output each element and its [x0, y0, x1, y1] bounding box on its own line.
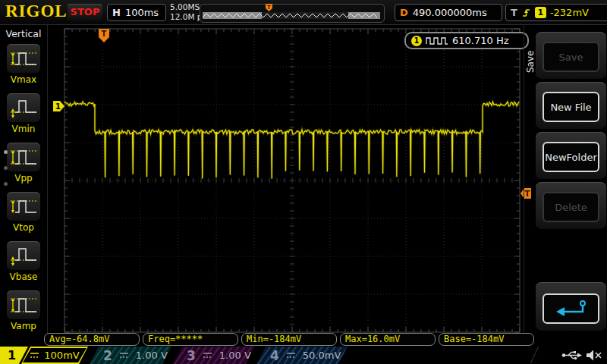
svg-text:T: T — [102, 30, 107, 38]
menu-item-vmin[interactable]: Vmin — [0, 93, 47, 134]
freq-channel-badge: 1 — [411, 36, 422, 46]
dc-coupling-icon — [203, 352, 212, 359]
trigger-level-value: -232mV — [550, 7, 589, 18]
menu-item-label: Vmax — [0, 74, 47, 85]
delete-button[interactable]: Delete — [543, 192, 599, 222]
vbase-icon — [7, 241, 40, 270]
menu-item-vtop[interactable]: Vtop — [0, 192, 47, 233]
menu-slot: Save — [536, 32, 606, 79]
measurement-avg: Avg=-64.8mV — [44, 333, 140, 346]
delay-value: 490.000000ms — [413, 7, 487, 18]
top-status-bar: RIGOL STOP H 100ms 5.00MSa/s 12.0M pts T… — [0, 0, 607, 25]
oscilloscope-screen: RIGOL STOP H 100ms 5.00MSa/s 12.0M pts T… — [0, 0, 607, 364]
usb-icon — [561, 350, 582, 360]
measurement-freq: Freq=***** — [143, 333, 238, 346]
menu-item-label: Vmin — [0, 124, 47, 134]
vamp-icon — [7, 290, 40, 319]
right-soft-menu: Save Save New File NewFolder Delete — [524, 25, 607, 346]
save-button[interactable]: Save — [543, 42, 599, 72]
vmax-icon — [7, 44, 40, 73]
channel-1-scale: 100mV — [44, 350, 79, 361]
rigol-logo: RIGOL — [5, 2, 68, 21]
channel-3[interactable]: 3 1.00 V — [173, 347, 255, 364]
svg-text:1: 1 — [55, 102, 61, 111]
trigger-source-badge: 1 — [535, 7, 546, 18]
dc-coupling-icon — [286, 352, 296, 359]
page-dot — [4, 150, 8, 154]
measurement-base: Base=-184mV — [439, 333, 534, 346]
trigger-label: T — [511, 7, 517, 18]
vtop-icon — [7, 192, 40, 221]
dc-coupling-icon — [30, 352, 39, 359]
new-folder-button[interactable]: NewFolder — [543, 142, 599, 172]
return-arrow-icon — [554, 299, 589, 318]
measurement-min: Min=-184mV — [241, 333, 337, 346]
page-dot — [4, 182, 8, 186]
channel-2-number: 2 — [103, 348, 112, 363]
measurement-max: Max=16.0mV — [340, 333, 436, 346]
delay-label: D — [400, 7, 408, 18]
frequency-counter: 1 610.710 Hz — [404, 32, 529, 49]
channel-2[interactable]: 2 1.00 V — [90, 347, 171, 364]
menu-item-label: Vtop — [0, 222, 47, 233]
menu-slot: New File — [536, 82, 606, 129]
vmin-icon — [7, 93, 40, 122]
new-file-button[interactable]: New File — [543, 92, 599, 122]
trigger-position-marker: T — [98, 28, 110, 43]
timebase-label: H — [112, 7, 121, 18]
timebase-value: 100ms — [125, 7, 159, 18]
channel-4-scale: 50.0mV — [303, 350, 341, 361]
waveform-canvas — [0, 0, 607, 364]
menu-item-label: Vbase — [0, 271, 47, 282]
rising-edge-icon — [521, 7, 531, 18]
menu-item-vpp[interactable]: Vpp — [0, 143, 47, 184]
run-state-indicator: STOP — [68, 4, 102, 20]
channel-1[interactable]: 100mV — [21, 347, 88, 364]
channel-4-number: 4 — [270, 348, 279, 363]
channel1-marker: 1 — [52, 100, 65, 112]
left-measure-menu: Vertical Vmax — [0, 25, 48, 346]
delay-box: D 490.000000ms — [395, 4, 502, 21]
menu-slot: Delete — [536, 182, 606, 229]
menu-item-label: Vamp — [0, 321, 47, 331]
preview-waveform — [203, 12, 380, 19]
trigger-box: T 1 -232mV — [505, 4, 607, 21]
left-menu-title: Vertical — [0, 28, 47, 39]
menu-item-vamp[interactable]: Vamp — [0, 290, 47, 331]
channel-status-bar: 1 100mV 2 1.00 V 3 1.00 — [0, 346, 607, 364]
menu-slot — [536, 282, 606, 331]
back-button[interactable] — [543, 293, 599, 324]
menu-item-vbase[interactable]: Vbase — [0, 241, 47, 282]
dc-coupling-icon — [119, 352, 129, 359]
svg-text:T: T — [267, 5, 271, 11]
channel-3-number: 3 — [187, 348, 196, 363]
menu-slot: NewFolder — [536, 132, 606, 179]
channel-3-scale: 1.00 V — [219, 350, 251, 361]
sound-muted-icon — [586, 350, 602, 361]
timebase-box: H 100ms — [107, 4, 166, 21]
channel-2-scale: 1.00 V — [136, 350, 168, 361]
page-dot — [4, 166, 8, 170]
channel-4[interactable]: 4 50.0mV — [256, 347, 348, 364]
square-wave-icon — [426, 36, 448, 46]
vpp-icon — [7, 143, 40, 171]
freq-value: 610.710 Hz — [452, 35, 509, 46]
preview-trigger-marker: T — [265, 3, 273, 12]
menu-item-vmax[interactable]: Vmax — [0, 44, 47, 85]
